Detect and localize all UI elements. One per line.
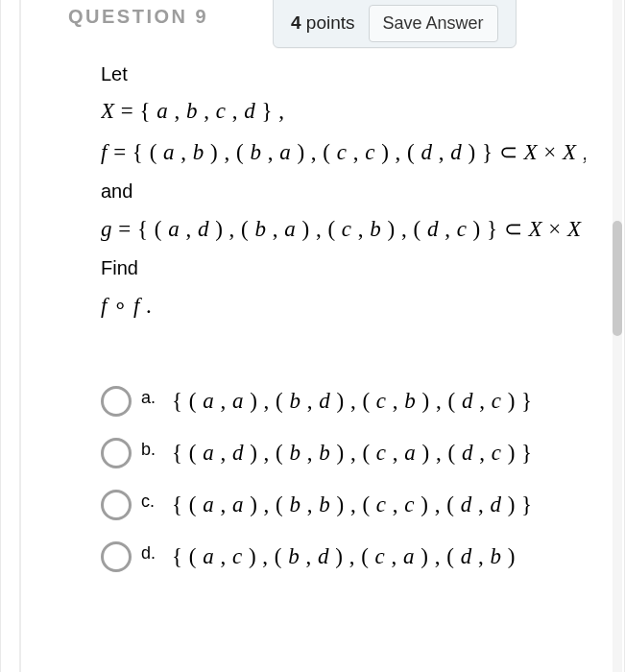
option-b[interactable]: b. { ( a , d ) , ( b , b ) , ( c , a ) ,… bbox=[101, 438, 586, 468]
points-text: 4 points bbox=[291, 12, 355, 34]
save-answer-button[interactable]: Save Answer bbox=[369, 5, 498, 42]
radio-c[interactable] bbox=[101, 490, 132, 520]
radio-d[interactable] bbox=[101, 541, 132, 572]
option-letter: b. bbox=[141, 440, 160, 460]
radio-b[interactable] bbox=[101, 438, 132, 468]
option-a[interactable]: a. { ( a , a ) , ( b , d ) , ( c , b ) ,… bbox=[101, 386, 586, 417]
g-definition: g = { ( a , d ) , ( b , a ) , ( c , b ) … bbox=[101, 216, 586, 242]
question-body: Let X = { a , b , c , d } , f = { ( a , … bbox=[101, 58, 586, 643]
question-viewport: QUESTION 9 4 points Save Answer Let X = … bbox=[0, 0, 625, 672]
find-label: Find bbox=[101, 257, 586, 279]
scrollbar-track[interactable] bbox=[613, 0, 622, 672]
points-save-panel: 4 points Save Answer bbox=[273, 0, 517, 48]
option-math: { ( a , a ) , ( b , d ) , ( c , b ) , ( … bbox=[172, 389, 533, 414]
option-letter: c. bbox=[141, 492, 160, 512]
option-c[interactable]: c. { ( a , a ) , ( b , b ) , ( c , c ) ,… bbox=[101, 490, 586, 520]
option-math: { ( a , c ) , ( b , d ) , ( c , a ) , ( … bbox=[172, 544, 516, 569]
option-math: { ( a , a ) , ( b , b ) , ( c , c ) , ( … bbox=[172, 492, 533, 517]
option-letter: d. bbox=[141, 543, 160, 564]
question-prompt: Let X = { a , b , c , d } , f = { ( a , … bbox=[101, 63, 586, 319]
question-number-label: QUESTION 9 bbox=[68, 6, 208, 28]
radio-a[interactable] bbox=[101, 386, 132, 417]
option-math: { ( a , d ) , ( b , b ) , ( c , a ) , ( … bbox=[172, 441, 533, 466]
let-label: Let bbox=[101, 63, 586, 85]
and-label: and bbox=[101, 180, 586, 203]
option-d[interactable]: d. { ( a , c ) , ( b , d ) , ( c , a ) ,… bbox=[101, 541, 586, 572]
x-definition: X = { a , b , c , d } , bbox=[101, 99, 586, 124]
answer-options: a. { ( a , a ) , ( b , d ) , ( c , b ) ,… bbox=[101, 386, 586, 572]
left-divider bbox=[19, 0, 21, 672]
scrollbar-thumb[interactable] bbox=[613, 221, 622, 336]
points-word: points bbox=[306, 12, 355, 33]
question-header: QUESTION 9 4 points Save Answer bbox=[1, 0, 613, 48]
points-value: 4 bbox=[291, 12, 301, 33]
option-letter: a. bbox=[141, 388, 160, 408]
f-definition: f = { ( a , b ) , ( b , a ) , ( c , c ) … bbox=[101, 139, 586, 165]
fof-expression: f ∘ f . bbox=[101, 293, 586, 319]
